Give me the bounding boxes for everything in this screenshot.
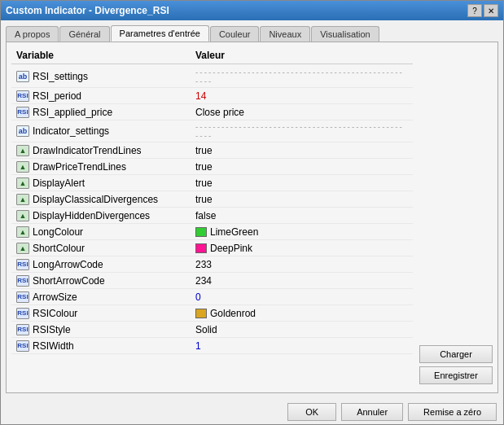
- row-name: RSIStyle: [33, 324, 195, 335]
- table-row[interactable]: RSI RSI_period 14: [11, 88, 413, 104]
- table-container: Variable Valeur ab RSI_settings --------…: [11, 47, 413, 388]
- row-value: 233: [195, 259, 408, 270]
- icon-rsi: RSI: [16, 308, 29, 319]
- icon-rsi: RSI: [16, 340, 29, 352]
- ok-button[interactable]: OK: [287, 403, 336, 421]
- table-row[interactable]: ▲ DisplayAlert true: [11, 175, 413, 191]
- table-row[interactable]: ab RSI_settings ------------------------…: [11, 66, 413, 88]
- table-row[interactable]: RSI RSI_applied_price Close price: [11, 104, 413, 120]
- title-controls: ? ✕: [467, 4, 498, 17]
- tab-couleur[interactable]: Couleur: [210, 26, 260, 42]
- row-name: RSIWidth: [33, 340, 195, 352]
- icon-rsi: RSI: [16, 275, 29, 287]
- row-value: 0: [195, 291, 408, 303]
- row-name: DrawPriceTrendLines: [33, 161, 195, 173]
- row-name: DrawIndicatorTrendLines: [33, 145, 195, 156]
- table-row[interactable]: ▲ DisplayClassicalDivergences true: [11, 191, 413, 208]
- row-value: DeepPink: [195, 243, 408, 254]
- icon-rsi: RSI: [16, 291, 29, 303]
- bottom-bar: OK Annuler Remise a zéro: [1, 398, 503, 424]
- annuler-button[interactable]: Annuler: [341, 403, 403, 421]
- table-row[interactable]: ▲ DrawIndicatorTrendLines true: [11, 142, 413, 159]
- main-content: Variable Valeur ab RSI_settings --------…: [11, 47, 493, 388]
- tab-panel: Variable Valeur ab RSI_settings --------…: [6, 42, 498, 393]
- table-row[interactable]: RSI LongArrowCode 233: [11, 256, 413, 273]
- row-name: ArrowSize: [33, 291, 195, 303]
- row-name: RSIColour: [33, 308, 195, 319]
- table-row[interactable]: ▲ ShortColour DeepPink: [11, 240, 413, 256]
- row-value: Close price: [195, 107, 408, 118]
- tab-bar: A propos Général Parametres d'entrée Cou…: [6, 25, 498, 42]
- color-swatch-rsi: [195, 309, 207, 318]
- row-value: ----------------------------------------…: [195, 68, 408, 85]
- row-name: LongArrowCode: [33, 259, 195, 270]
- right-panel: Charger Enregistrer: [419, 47, 493, 388]
- icon-draw: ▲: [16, 145, 29, 156]
- tab-general[interactable]: Général: [59, 26, 109, 42]
- table-row[interactable]: ab Indicator_settings ------------------…: [11, 120, 413, 142]
- color-swatch-short: [195, 243, 207, 253]
- row-value: true: [195, 161, 408, 173]
- content-area: A propos Général Parametres d'entrée Cou…: [1, 20, 503, 398]
- row-value: 1: [195, 340, 408, 352]
- row-name: RSI_settings: [33, 71, 195, 82]
- remise-button[interactable]: Remise a zéro: [408, 403, 497, 421]
- main-window: Custom Indicator - Divergence_RSI ? ✕ A …: [0, 0, 504, 425]
- enregistrer-button[interactable]: Enregistrer: [419, 366, 493, 384]
- table-row[interactable]: ▲ DisplayHiddenDivergences false: [11, 208, 413, 224]
- tab-params[interactable]: Parametres d'entrée: [111, 25, 209, 42]
- icon-rsi: RSI: [16, 324, 29, 335]
- row-name: RSI_period: [33, 90, 195, 102]
- charger-button[interactable]: Charger: [419, 345, 493, 363]
- row-name: ShortArrowCode: [33, 275, 195, 287]
- icon-rsi: RSI: [16, 107, 29, 118]
- help-button[interactable]: ?: [467, 4, 482, 17]
- row-name: RSI_applied_price: [33, 107, 195, 118]
- row-value: LimeGreen: [195, 226, 408, 238]
- row-value: true: [195, 177, 408, 189]
- table-row[interactable]: RSI RSIStyle Solid: [11, 322, 413, 338]
- row-name: LongColour: [33, 226, 195, 238]
- tab-apropos[interactable]: A propos: [6, 26, 59, 42]
- icon-draw: ▲: [16, 210, 29, 221]
- icon-draw: ▲: [16, 226, 29, 238]
- row-value: ----------------------------------------…: [195, 122, 408, 140]
- window-title: Custom Indicator - Divergence_RSI: [6, 5, 169, 16]
- close-button[interactable]: ✕: [484, 4, 498, 17]
- tab-visualisation[interactable]: Visualisation: [311, 26, 379, 42]
- icon-draw: ▲: [16, 243, 29, 254]
- row-name: DisplayHiddenDivergences: [33, 210, 195, 221]
- table-header: Variable Valeur: [11, 47, 413, 64]
- row-name: ShortColour: [33, 243, 195, 254]
- row-value: Goldenrod: [195, 308, 408, 319]
- row-name: DisplayAlert: [33, 177, 195, 189]
- row-value: true: [195, 194, 408, 205]
- icon-ab: ab: [16, 71, 29, 82]
- title-bar: Custom Indicator - Divergence_RSI ? ✕: [1, 1, 503, 20]
- table-row[interactable]: RSI ArrowSize 0: [11, 289, 413, 305]
- icon-draw: ▲: [16, 161, 29, 173]
- icon-rsi: RSI: [16, 259, 29, 270]
- table-row[interactable]: RSI RSIColour Goldenrod: [11, 305, 413, 322]
- icon-ab: ab: [16, 125, 29, 137]
- color-swatch-long: [195, 227, 207, 237]
- row-value: false: [195, 210, 408, 221]
- row-value: true: [195, 145, 408, 156]
- header-variable: Variable: [16, 50, 195, 61]
- table-row[interactable]: RSI RSIWidth 1: [11, 338, 413, 354]
- table-body: ab RSI_settings ------------------------…: [11, 66, 413, 388]
- table-row[interactable]: ▲ DrawPriceTrendLines true: [11, 159, 413, 175]
- header-value: Valeur: [195, 50, 408, 61]
- icon-rsi: RSI: [16, 90, 29, 102]
- row-value: 14: [195, 90, 408, 102]
- row-name: Indicator_settings: [33, 125, 195, 137]
- icon-draw: ▲: [16, 194, 29, 205]
- table-row[interactable]: RSI ShortArrowCode 234: [11, 273, 413, 289]
- table-row[interactable]: ▲ LongColour LimeGreen: [11, 224, 413, 240]
- icon-draw: ▲: [16, 177, 29, 189]
- row-value: 234: [195, 275, 408, 287]
- row-name: DisplayClassicalDivergences: [33, 194, 195, 205]
- row-value: Solid: [195, 324, 408, 335]
- tab-niveaux[interactable]: Niveaux: [260, 26, 310, 42]
